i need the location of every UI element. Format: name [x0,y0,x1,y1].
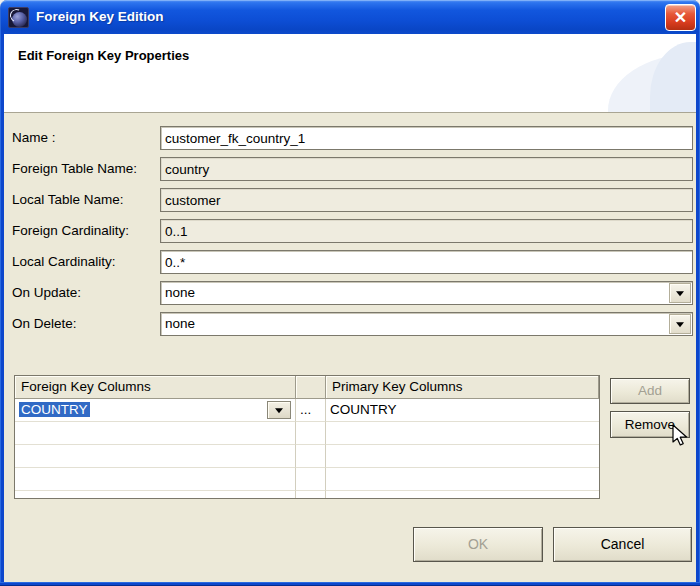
add-button[interactable]: Add [610,378,690,404]
name-input[interactable] [160,126,693,150]
name-label: Name : [12,126,56,150]
foreign-table-name-field [160,157,693,181]
table-row-empty[interactable] [15,422,599,445]
window-border-left [0,30,4,586]
on-update-label: On Update: [12,281,81,305]
form-row-on-delete: On Delete: none [0,312,700,336]
table-row-empty[interactable] [15,445,599,468]
on-delete-label: On Delete: [12,312,77,336]
table-row-empty[interactable] [15,491,599,499]
on-update-dropdown-button[interactable] [669,283,691,303]
form-row-foreign-table: Foreign Table Name: [0,157,700,181]
titlebar[interactable]: Foreign Key Edition ✕ [0,0,700,34]
form-row-local-table: Local Table Name: [0,188,700,212]
key-columns-table: Foreign Key Columns Primary Key Columns … [14,375,600,499]
window-border-right [696,30,700,586]
link-cell[interactable]: ... [296,399,326,422]
on-delete-value: none [165,313,195,335]
col-header-primary-key-columns[interactable]: Primary Key Columns [326,376,599,399]
chevron-down-icon [676,322,684,327]
header-decoration [650,42,696,113]
form-row-foreign-cardinality: Foreign Cardinality: [0,219,700,243]
local-table-name-label: Local Table Name: [12,188,124,212]
col-header-foreign-key-columns[interactable]: Foreign Key Columns [15,376,296,399]
on-delete-dropdown-button[interactable] [669,314,691,334]
on-update-combo[interactable]: none [160,281,693,305]
chevron-down-icon [676,291,684,296]
dialog-header: Edit Foreign Key Properties [4,34,696,113]
window-title: Foreign Key Edition [36,0,164,34]
window-border-bottom [0,582,700,586]
cell-dropdown-button[interactable] [267,401,291,419]
eclipse-app-icon [8,7,29,28]
foreign-cardinality-label: Foreign Cardinality: [12,219,129,243]
remove-button[interactable]: Remove [610,411,690,438]
page-title: Edit Foreign Key Properties [18,48,189,63]
primary-key-cell[interactable]: COUNTRY [326,399,599,422]
close-icon[interactable]: ✕ [665,4,696,31]
form-row-local-cardinality: Local Cardinality: [0,250,700,274]
foreign-key-cell[interactable]: COUNTRY [15,399,296,422]
table-row[interactable]: COUNTRY ... COUNTRY [15,399,599,422]
foreign-table-name-label: Foreign Table Name: [12,157,137,181]
local-cardinality-label: Local Cardinality: [12,250,116,274]
cancel-button[interactable]: Cancel [553,527,692,562]
table-header-row: Foreign Key Columns Primary Key Columns [15,376,599,399]
local-table-name-field [160,188,693,212]
foreign-key-cell-value[interactable]: COUNTRY [19,402,90,417]
form-row-name: Name : [0,126,700,150]
on-delete-combo[interactable]: none [160,312,693,336]
col-header-link[interactable] [296,376,326,399]
local-cardinality-input[interactable] [160,250,693,274]
on-update-value: none [165,282,195,304]
foreign-key-edition-dialog: Foreign Key Edition ✕ Edit Foreign Key P… [0,0,700,586]
chevron-down-icon [275,408,283,413]
form-row-on-update: On Update: none [0,281,700,305]
ok-button[interactable]: OK [413,527,543,562]
table-row-empty[interactable] [15,468,599,491]
foreign-cardinality-field [160,219,693,243]
